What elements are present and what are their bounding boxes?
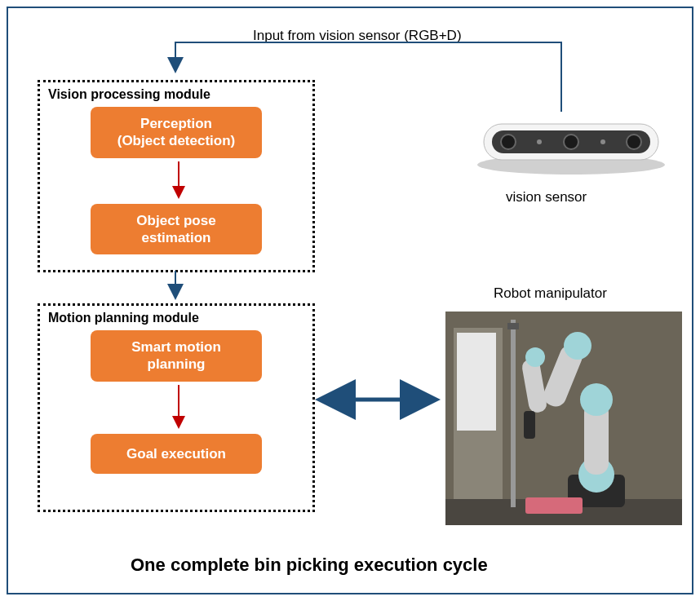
vision-sensor-image	[461, 114, 681, 179]
motion-module-title: Motion planning module	[48, 311, 304, 325]
svg-point-20	[580, 383, 613, 416]
svg-rect-14	[511, 320, 516, 507]
svg-point-24	[525, 347, 545, 367]
svg-point-5	[627, 135, 641, 149]
sensor-label: vision sensor	[506, 189, 587, 205]
pose-box-label: Object poseestimation	[136, 213, 215, 245]
goal-box-label: Goal execution	[126, 446, 226, 462]
diagram-frame: Input from vision sensor (RGB+D) vision …	[7, 7, 693, 594]
vision-processing-module: Vision processing module Perception(Obje…	[38, 80, 315, 272]
svg-point-6	[537, 139, 542, 144]
svg-point-4	[564, 135, 578, 149]
svg-rect-17	[525, 497, 583, 514]
motion-planning-module: Motion planning module Smart motionplann…	[38, 303, 315, 512]
robot-label: Robot manipulator	[494, 285, 607, 302]
svg-rect-13	[457, 333, 496, 431]
svg-point-7	[600, 139, 605, 144]
svg-point-3	[501, 135, 516, 149]
svg-rect-15	[507, 323, 519, 329]
robot-manipulator-image	[445, 312, 682, 525]
smart-motion-box: Smart motionplanning	[91, 330, 262, 382]
perception-box-label: Perception(Object detection)	[117, 116, 236, 148]
pose-estimation-box: Object poseestimation	[91, 204, 262, 255]
smart-box-label: Smart motionplanning	[131, 339, 221, 372]
input-label: Input from vision sensor (RGB+D)	[253, 28, 462, 44]
svg-point-22	[564, 332, 591, 360]
diagram-caption: One complete bin picking execution cycle	[131, 555, 488, 576]
goal-execution-box: Goal execution	[91, 434, 262, 474]
vision-module-title: Vision processing module	[48, 87, 304, 102]
perception-box: Perception(Object detection)	[91, 107, 262, 158]
arrow-smart-to-goal	[48, 382, 326, 434]
svg-rect-25	[524, 411, 535, 439]
arrow-perception-to-pose	[48, 158, 326, 204]
